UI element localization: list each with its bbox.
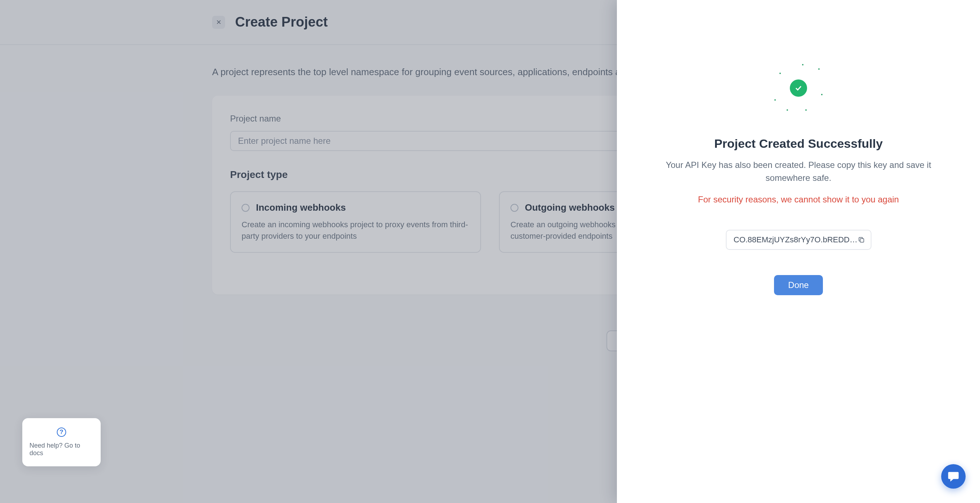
- api-key-text: CO.88EMzjUYZs8rYy7O.bREDDU...: [734, 235, 858, 245]
- chat-icon: [947, 470, 959, 482]
- success-title: Project Created Successfully: [714, 137, 883, 151]
- api-key-box: CO.88EMzjUYZs8rYy7O.bREDDU...: [726, 230, 872, 250]
- success-panel: Project Created Successfully Your API Ke…: [617, 0, 980, 503]
- done-button[interactable]: Done: [774, 275, 823, 295]
- success-illustration: [768, 57, 829, 119]
- copy-icon[interactable]: [858, 236, 865, 244]
- chat-launcher[interactable]: [941, 464, 966, 489]
- check-circle-icon: [790, 80, 807, 97]
- svg-rect-0: [860, 239, 864, 242]
- success-description: Your API Key has also been created. Plea…: [660, 159, 937, 185]
- help-card[interactable]: ? Need help? Go to docs: [22, 418, 101, 466]
- help-icon: ?: [57, 428, 66, 437]
- security-warning: For security reasons, we cannot show it …: [698, 194, 899, 205]
- help-text: Need help? Go to docs: [29, 442, 94, 457]
